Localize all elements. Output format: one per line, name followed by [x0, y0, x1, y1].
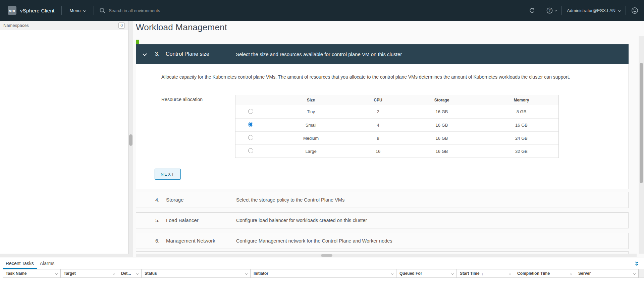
radio-medium[interactable]: [248, 135, 253, 140]
cell-cpu: 4: [356, 123, 400, 128]
tab-recent-tasks[interactable]: Recent Tasks: [3, 259, 37, 269]
column-label: Target: [64, 271, 76, 276]
column-header-memory: Memory: [484, 98, 559, 102]
radio-large[interactable]: [248, 148, 253, 153]
step-3-header[interactable]: 3. Control Plane size Select the size an…: [136, 44, 629, 64]
collapse-panel-button[interactable]: [634, 261, 640, 268]
namespaces-count-badge: 0: [118, 23, 125, 29]
column-server[interactable]: Server: [575, 269, 639, 277]
step-description: Allocate capacity for the Kubernetes con…: [161, 73, 616, 81]
cell-size: Tiny: [266, 109, 356, 114]
account-menu[interactable]: Administrator@ESX.LAN: [567, 8, 621, 13]
column-initiator[interactable]: Initiator: [251, 269, 396, 277]
next-button[interactable]: NEXT: [155, 169, 181, 180]
search-icon: [99, 7, 106, 14]
active-step-marker: [136, 40, 139, 44]
step-summary: Select the size and resources available …: [236, 51, 402, 57]
menu-button[interactable]: Menu: [70, 8, 86, 13]
main-hscrollbar-track[interactable]: [136, 254, 637, 257]
page-title: Workload Management: [136, 22, 227, 33]
cell-cpu: 8: [356, 136, 400, 141]
cell-size: Medium: [266, 136, 356, 141]
cell-memory: 32 GB: [484, 149, 559, 154]
column-label: Server: [578, 271, 591, 276]
column-det[interactable]: Det...: [118, 269, 142, 277]
chevron-down-icon: [555, 9, 557, 11]
table-row-small: Small416 GB16 GB: [235, 118, 558, 131]
column-menu-caret-icon[interactable]: [391, 272, 393, 274]
help-icon: ?: [546, 7, 553, 14]
cell-memory: 8 GB: [484, 109, 559, 114]
vmware-logo-text: vm: [9, 8, 15, 13]
column-menu-caret-icon[interactable]: [509, 272, 511, 274]
nav-divider: [626, 6, 626, 15]
grid-corner: [639, 269, 644, 278]
step-summary: Configure Management network for the Con…: [236, 238, 392, 244]
column-status[interactable]: Status: [142, 269, 251, 277]
step-row-storage[interactable]: 4.StorageSelect the storage policy to th…: [136, 192, 629, 208]
step-3-body: Allocate capacity for the Kubernetes con…: [136, 64, 629, 189]
refresh-button[interactable]: [529, 7, 536, 14]
nav-divider: [541, 6, 541, 15]
column-menu-caret-icon[interactable]: [245, 272, 248, 274]
radio-small[interactable]: [248, 122, 253, 127]
column-queued-for[interactable]: Queued For: [396, 269, 457, 277]
cell-size: Small: [266, 123, 356, 128]
vmware-logo[interactable]: vm: [8, 6, 16, 15]
radio-tiny[interactable]: [248, 109, 253, 114]
column-header-cpu: CPU: [356, 98, 400, 102]
column-header-storage: Storage: [400, 98, 484, 102]
column-menu-caret-icon[interactable]: [451, 272, 454, 274]
column-menu-caret-icon[interactable]: [136, 272, 139, 274]
step-title: Storage: [166, 197, 184, 203]
tasks-tabs: Recent TasksAlarms: [0, 258, 644, 269]
resource-allocation-label: Resource allocation: [161, 97, 203, 102]
main-hscrollbar-thumb[interactable]: [321, 254, 332, 257]
sort-desc-icon: ↓: [481, 271, 484, 276]
collapse-chevron-icon[interactable]: [143, 52, 147, 56]
column-task-name[interactable]: Task Name: [3, 269, 61, 277]
cell-size: Large: [266, 149, 356, 154]
help-menu[interactable]: ?: [546, 7, 556, 14]
cell-storage: 16 GB: [400, 149, 484, 154]
double-chevron-down-icon: [634, 261, 640, 266]
radio-cell: [235, 135, 266, 141]
sidebar-scrollbar-thumb[interactable]: [129, 134, 132, 146]
column-menu-caret-icon[interactable]: [113, 272, 115, 274]
sidebar-hscrollbar-track[interactable]: [0, 254, 128, 257]
column-target[interactable]: Target: [61, 269, 118, 277]
column-label: Start Time: [460, 271, 479, 276]
step-number: 4.: [155, 197, 160, 203]
tab-alarms[interactable]: Alarms: [37, 259, 58, 269]
main-vscrollbar-thumb[interactable]: [640, 63, 643, 183]
nav-divider: [94, 6, 94, 15]
column-menu-caret-icon[interactable]: [570, 272, 572, 274]
namespaces-sidebar: Namespaces 0: [0, 21, 128, 254]
cell-storage: 16 GB: [400, 123, 484, 128]
global-search: [99, 7, 203, 14]
column-menu-caret-icon[interactable]: [633, 272, 636, 274]
column-label: Status: [145, 271, 157, 276]
step-title: Load Balancer: [166, 217, 199, 223]
resource-allocation-table: SizeCPUStorageMemory Tiny216 GB8 GBSmall…: [235, 95, 559, 158]
radio-cell: [235, 122, 266, 128]
search-input[interactable]: [109, 8, 203, 13]
step-row-management-network[interactable]: 6.Management NetworkConfigure Management…: [136, 233, 629, 249]
step-summary: Configure load balancer for workloads cr…: [236, 218, 367, 223]
chevron-down-icon: [83, 8, 86, 12]
menu-label: Menu: [70, 8, 81, 13]
main-vscrollbar-track[interactable]: [639, 36, 644, 254]
step-title: Control Plane size: [166, 51, 209, 57]
step-number: 6.: [155, 238, 160, 244]
nav-divider: [561, 6, 562, 15]
cell-memory: 16 GB: [484, 123, 559, 128]
account-name: Administrator@ESX.LAN: [567, 8, 615, 13]
column-menu-caret-icon[interactable]: [55, 272, 58, 274]
step-row-load-balancer[interactable]: 5.Load BalancerConfigure load balancer f…: [136, 212, 629, 228]
column-completion-time[interactable]: Completion Time: [514, 269, 575, 277]
column-start-time[interactable]: Start Time↓: [457, 269, 514, 277]
column-label: Initiator: [254, 271, 268, 276]
cell-storage: 16 GB: [400, 136, 484, 141]
feedback-button[interactable]: [631, 7, 639, 14]
cell-storage: 16 GB: [400, 109, 484, 114]
